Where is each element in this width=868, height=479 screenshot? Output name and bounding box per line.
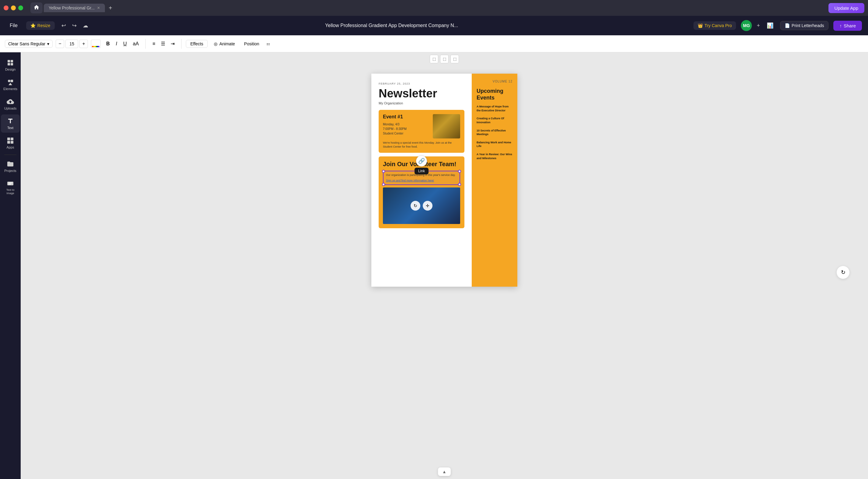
sidebar-apps-label: Apps	[6, 146, 14, 149]
print-icon: 📄	[785, 23, 790, 28]
chevron-down-icon: ▾	[47, 41, 49, 46]
upcoming-item-1[interactable]: A Message of Hope from the Executive Dir…	[476, 105, 513, 112]
home-tab[interactable]	[30, 2, 42, 13]
volunteer-text-2: Sign up and find more information here!	[386, 179, 457, 183]
link-icon[interactable]: 🔗	[416, 155, 427, 167]
ruler-btn-1[interactable]: ⬚	[430, 55, 438, 63]
selection-handle-br[interactable]	[458, 183, 461, 186]
align-left-button[interactable]: ≡	[150, 39, 158, 48]
undo-redo-controls: ↩ ↪ ☁	[60, 20, 90, 31]
event-location: Student Center	[383, 131, 430, 136]
newsletter-left-column: FEBRUARY 25, 2023 Newsletter My Organiza…	[371, 73, 472, 287]
case-button[interactable]: aA	[130, 40, 142, 48]
update-app-button[interactable]: Update App	[829, 3, 864, 13]
file-menu-button[interactable]: File	[6, 21, 21, 30]
newsletter-org[interactable]: My Organization	[379, 101, 464, 105]
grid-button[interactable]: ⚏	[265, 40, 271, 47]
minimize-dot[interactable]	[11, 5, 16, 10]
svg-marker-6	[8, 83, 12, 85]
tab-bar: Yellow Professional Gr... ✕ +	[30, 2, 115, 13]
share-button[interactable]: ↑ Share	[833, 21, 862, 31]
position-button[interactable]: Position	[241, 40, 262, 48]
selection-handle-bl[interactable]	[382, 183, 385, 186]
move-image-button[interactable]: ✛	[423, 201, 432, 211]
decrease-font-size-button[interactable]: −	[56, 39, 64, 48]
svg-rect-7	[7, 138, 10, 140]
new-tab-button[interactable]: +	[106, 3, 115, 13]
event-image	[433, 114, 460, 139]
list-indent-button[interactable]: ⇥	[168, 39, 177, 48]
svg-rect-0	[8, 60, 10, 62]
sidebar-elements-label: Elements	[3, 87, 17, 91]
cloud-save-button[interactable]: ☁	[81, 20, 90, 31]
close-dot[interactable]	[4, 5, 8, 10]
font-name: Clear Sans Regular	[8, 41, 45, 46]
upcoming-item-3[interactable]: 10 Secrets of Effective Meetings	[476, 129, 513, 136]
newsletter-right-column: VOLUME 12 Upcoming Events A Message of H…	[472, 73, 517, 287]
ruler-btn-2[interactable]: ⬚	[440, 55, 448, 63]
sidebar: Design Elements Uploads Text Apps Projec…	[0, 52, 21, 479]
event-details: Monday, 4/3 7:00PM - 8:30PM Student Cent…	[383, 122, 430, 136]
volunteer-card: Join Our Volunteer Team! 🔗 Link	[379, 156, 464, 228]
redo-button[interactable]: ↪	[70, 20, 79, 31]
text-color-picker[interactable]	[91, 39, 101, 48]
event-card: Event #1 Monday, 4/3 7:00PM - 8:30PM Stu…	[379, 110, 464, 153]
sidebar-item-text-to-image[interactable]: Text to Image	[1, 177, 20, 198]
font-family-selector[interactable]: Clear Sans Regular ▾	[5, 40, 53, 48]
bold-button[interactable]: B	[104, 40, 112, 48]
font-size-control: − +	[56, 39, 88, 48]
upcoming-item-5[interactable]: A Year in Review: Our Wins and Milestone…	[476, 152, 513, 160]
tab-close-btn[interactable]: ✕	[97, 6, 100, 10]
refresh-button[interactable]: ↻	[836, 266, 850, 279]
print-button[interactable]: 📄 Print Letterheads	[780, 21, 829, 30]
sidebar-item-projects[interactable]: Projects	[1, 157, 20, 176]
sidebar-item-apps[interactable]: Apps	[1, 134, 20, 152]
svg-point-4	[8, 80, 10, 82]
chevron-up-icon: ▲	[442, 469, 446, 474]
volume-number: VOLUME 12	[476, 80, 513, 83]
link-label-text: Link	[414, 168, 429, 174]
newsletter-title[interactable]: Newsletter	[379, 87, 464, 100]
svg-rect-10	[11, 141, 13, 144]
upcoming-item-4[interactable]: Balancing Work and Home Life	[476, 141, 513, 148]
ruler-btn-3[interactable]: ⬚	[451, 55, 459, 63]
italic-button[interactable]: I	[114, 40, 120, 48]
sidebar-item-text[interactable]: Text	[1, 114, 20, 133]
try-pro-button[interactable]: 👑 Try Canva Pro	[693, 21, 736, 30]
underline-button[interactable]: U	[121, 40, 129, 48]
list-button[interactable]: ☰	[158, 39, 167, 48]
maximize-dot[interactable]	[18, 5, 23, 10]
sidebar-item-elements[interactable]: Elements	[1, 76, 20, 94]
text-format-buttons: B I U aA	[104, 40, 141, 48]
active-tab[interactable]: Yellow Professional Gr... ✕	[44, 4, 105, 12]
titlebar: Yellow Professional Gr... ✕ + Update App	[0, 0, 868, 16]
upcoming-items-list: A Message of Hope from the Executive Dir…	[476, 105, 513, 160]
event-description: We're hosting a special event this Monda…	[383, 141, 460, 149]
page-navigation-strip[interactable]: ▲	[438, 468, 451, 476]
undo-button[interactable]: ↩	[60, 20, 68, 31]
animate-button[interactable]: ◎ Animate	[211, 40, 238, 48]
ruler-controls: ⬚ ⬚ ⬚	[430, 55, 459, 63]
svg-rect-5	[11, 80, 13, 82]
upcoming-item-2[interactable]: Creating a Culture Of Innovation	[476, 117, 513, 124]
effects-button[interactable]: Effects	[186, 40, 208, 48]
resize-button[interactable]: ⭐ Resize	[26, 21, 55, 30]
font-size-input[interactable]	[65, 39, 78, 48]
increase-font-size-button[interactable]: +	[80, 39, 88, 48]
svg-rect-1	[11, 60, 13, 62]
tab-label: Yellow Professional Gr...	[49, 5, 95, 10]
volunteer-signup-link[interactable]: Sign up and find more information here!	[386, 179, 434, 182]
event-time: 7:00PM - 8:30PM	[383, 127, 430, 131]
selection-handle-tl[interactable]	[382, 170, 385, 173]
sidebar-item-design[interactable]: Design	[1, 56, 20, 74]
svg-rect-11	[7, 182, 13, 185]
volunteer-image: ↻ ✛	[383, 187, 460, 224]
sidebar-item-uploads[interactable]: Uploads	[1, 95, 20, 113]
selection-handle-tr[interactable]	[458, 170, 461, 173]
user-avatar[interactable]: MG	[741, 20, 752, 31]
add-collaborator-button[interactable]: +	[757, 23, 760, 29]
rotate-image-button[interactable]: ↻	[411, 201, 420, 211]
sidebar-projects-label: Projects	[4, 169, 17, 173]
share-icon: ↑	[839, 23, 842, 28]
analytics-button[interactable]: 📊	[765, 20, 775, 31]
